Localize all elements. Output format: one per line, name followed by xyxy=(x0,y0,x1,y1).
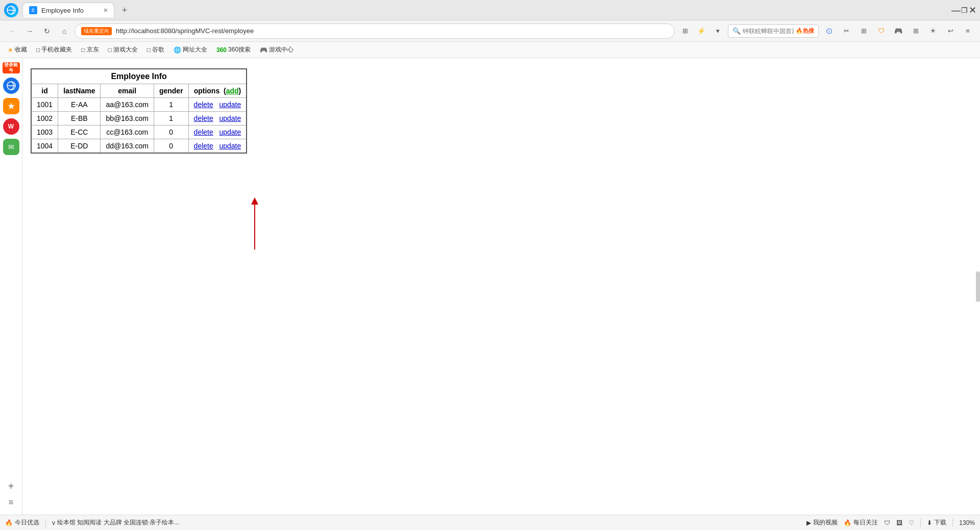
table-row: 1004 E-DD dd@163.com 0 delete update xyxy=(31,139,247,154)
cell-options: delete update xyxy=(188,125,247,139)
bookmark-google[interactable]: □ 谷歌 xyxy=(144,44,167,55)
dropdown-button[interactable]: ▾ xyxy=(710,24,725,38)
today-label: 今日优选 xyxy=(15,518,39,527)
sidebar-star[interactable]: ★ xyxy=(3,98,19,114)
game-icon: 🎮 xyxy=(260,46,267,54)
bookmark-label: 游戏中心 xyxy=(269,45,293,54)
sidebar-email[interactable]: ✉ xyxy=(3,139,19,155)
minimize-button[interactable]: — xyxy=(952,7,960,14)
status-shield[interactable]: 🛡 xyxy=(884,519,890,526)
cell-lastName: E-CC xyxy=(58,125,101,139)
bookmark-game-center[interactable]: 🎮 游戏中心 xyxy=(257,44,296,55)
bookmark-360[interactable]: 360 360搜索 xyxy=(214,44,253,55)
doc-icon: □ xyxy=(147,46,151,54)
title-bar: E Employee Info × + — ❐ ✕ xyxy=(0,0,980,20)
search-icon: 🔍 xyxy=(732,27,741,35)
bookmark-jd[interactable]: □ 京东 xyxy=(79,44,101,55)
extension-button[interactable]: ⊞ xyxy=(856,24,871,38)
chrome-icon[interactable]: ⊙ xyxy=(822,24,836,38)
domain-redirect-tag: 域名重定向 xyxy=(81,27,112,35)
close-button[interactable]: ✕ xyxy=(969,7,976,14)
cell-id: 1002 xyxy=(31,112,58,125)
game-button[interactable]: 🎮 xyxy=(891,24,905,38)
status-today[interactable]: 🔥 今日优选 xyxy=(5,518,39,527)
tab-title: Employee Info xyxy=(41,7,84,14)
cell-gender: 0 xyxy=(154,139,188,154)
status-zoom[interactable]: 130% xyxy=(959,519,975,526)
cell-gender: 1 xyxy=(154,112,188,125)
shield-button[interactable]: 🛡 xyxy=(874,24,888,38)
status-daily[interactable]: 🔥 每日关注 xyxy=(844,518,878,527)
refresh-button[interactable]: ↻ xyxy=(40,24,54,38)
delete-link[interactable]: delete xyxy=(194,114,213,122)
cell-email: dd@163.com xyxy=(101,139,154,154)
bookmark-games[interactable]: □ 游戏大全 xyxy=(106,44,140,55)
browser-window: E Employee Info × + — ❐ ✕ ← → ↻ ⌂ 域名重定向 … xyxy=(0,0,980,530)
home-button[interactable]: ⌂ xyxy=(57,24,71,38)
status-download[interactable]: ⬇ 下载 xyxy=(927,518,946,527)
update-link[interactable]: update xyxy=(219,114,241,122)
cell-id: 1004 xyxy=(31,139,58,154)
maximize-button[interactable]: ❐ xyxy=(961,7,968,14)
delete-link[interactable]: delete xyxy=(194,128,213,136)
table-body: 1001 E-AA aa@163.com 1 delete update 100… xyxy=(31,98,247,154)
lightning-button[interactable]: ⚡ xyxy=(694,24,708,38)
bookmark-label: 谷歌 xyxy=(152,45,164,54)
update-link[interactable]: update xyxy=(219,142,241,150)
cell-lastName: E-BB xyxy=(58,112,101,125)
status-video[interactable]: ▶ 我的视频 xyxy=(806,518,838,527)
delete-link[interactable]: delete xyxy=(194,142,213,150)
forward-button[interactable]: → xyxy=(22,24,37,38)
cell-id: 1001 xyxy=(31,98,58,112)
status-image[interactable]: 🖼 xyxy=(896,519,902,526)
cell-email: bb@163.com xyxy=(101,112,154,125)
cell-lastName: E-AA xyxy=(58,98,101,112)
url-input[interactable] xyxy=(116,27,668,35)
browser-body: 登录账号 ★ W ✉ + ≡ Employee Info xyxy=(0,58,980,515)
tab-close-button[interactable]: × xyxy=(104,7,108,14)
back-button[interactable]: ← xyxy=(5,24,19,38)
add-link[interactable]: add xyxy=(226,87,239,95)
bookmark-favorites[interactable]: ★ 收藏 xyxy=(5,44,30,55)
qr-code-button[interactable]: ⊞ xyxy=(678,24,692,38)
col-options: options (add) xyxy=(188,84,247,98)
status-reading[interactable]: v 绘本馆 知阅阅读 大品牌 全国连锁·亲子绘本... xyxy=(52,518,179,527)
cell-lastName: E-DD xyxy=(58,139,101,154)
delete-link[interactable]: delete xyxy=(194,100,213,109)
search-input[interactable] xyxy=(743,28,794,35)
active-tab[interactable]: E Employee Info × xyxy=(22,3,114,17)
tab-favicon: E xyxy=(29,6,37,14)
sidebar-menu[interactable]: ≡ xyxy=(3,494,19,511)
brightness-button[interactable]: ☀ xyxy=(926,24,940,38)
search-bar[interactable]: 🔍 🔥热搜 xyxy=(728,24,819,38)
bookmark-label: 360搜索 xyxy=(228,45,251,54)
col-email: email xyxy=(101,84,154,98)
sidebar-login[interactable]: 登录账号 xyxy=(3,62,20,73)
sidebar-translate[interactable] xyxy=(3,78,19,94)
status-divider xyxy=(45,519,46,527)
sidebar-weibo[interactable]: W xyxy=(3,118,19,135)
update-link[interactable]: update xyxy=(219,100,241,109)
sidebar-add[interactable]: + xyxy=(3,478,19,494)
zoom-level: 130% xyxy=(959,519,975,526)
fire-icon: 🔥 xyxy=(5,519,13,526)
scrollbar[interactable] xyxy=(976,271,980,302)
scissors-button[interactable]: ✂ xyxy=(839,24,853,38)
employee-table-container: Employee Info id lastName email gender o… xyxy=(31,68,972,154)
bookmark-mobile-favorites[interactable]: □ 手机收藏夹 xyxy=(34,44,75,55)
video-icon: ▶ xyxy=(806,519,811,526)
undo-button[interactable]: ↩ xyxy=(943,24,958,38)
new-tab-button[interactable]: + xyxy=(117,3,132,17)
download-label: 下载 xyxy=(934,518,946,527)
cell-email: aa@163.com xyxy=(101,98,154,112)
status-heart[interactable]: ♡ xyxy=(909,519,914,526)
menu-button[interactable]: ≡ xyxy=(961,24,975,38)
url-bar[interactable]: 域名重定向 xyxy=(75,23,675,39)
reading-label: 绘本馆 知阅阅读 大品牌 全国连锁·亲子绘本... xyxy=(57,518,179,527)
bookmark-label: 网址大全 xyxy=(183,45,207,54)
grid-button[interactable]: ⊞ xyxy=(909,24,923,38)
update-link[interactable]: update xyxy=(219,128,241,136)
col-gender: gender xyxy=(154,84,188,98)
bookmark-nav[interactable]: 🌐 网址大全 xyxy=(171,44,210,55)
table-row: 1001 E-AA aa@163.com 1 delete update xyxy=(31,98,247,112)
